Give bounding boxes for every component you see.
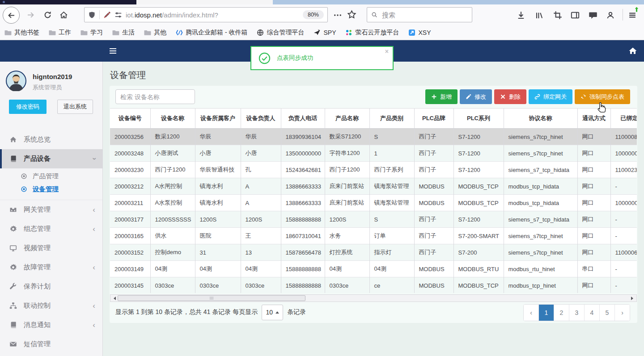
column-header-7[interactable]: PLC品牌: [414, 109, 453, 129]
zoom-level-badge[interactable]: 80%: [303, 10, 324, 19]
sidebar-item-label: 短信管理: [24, 340, 51, 348]
sidebar-subitem-device-manage[interactable]: 设备管理: [0, 183, 102, 196]
sidebar-item-sms-manage[interactable]: 短信管理: [0, 335, 102, 354]
column-header-3[interactable]: 设备负责人: [241, 109, 281, 129]
table-cell: MODBUS: [414, 277, 453, 293]
table-cell: 网口: [577, 195, 610, 211]
screenshot-icon[interactable]: [553, 11, 562, 20]
table-row[interactable]: 200003165供水医院王18607310041水务订单西门子S7-200-S…: [110, 228, 637, 244]
browser-home-button[interactable]: [55, 7, 72, 23]
table-row[interactable]: 200003152控制demo311315878656478灯控系统指示灯西门子…: [110, 244, 637, 261]
page-button-3[interactable]: 3: [569, 305, 584, 321]
sidebar-item-linkage-control[interactable]: 联动控制‹: [0, 296, 102, 315]
browser-search-box[interactable]: [367, 7, 472, 22]
bookmark-item[interactable]: 其他: [144, 29, 166, 37]
page-button-4[interactable]: 4: [584, 305, 599, 321]
shield-icon[interactable]: [88, 11, 96, 19]
sidebar-item-message-notify[interactable]: 消息通知‹: [0, 315, 102, 335]
sidebar-item-scada-manage[interactable]: 组态管理‹: [0, 219, 102, 239]
sidebar-subitem-product-manage[interactable]: 产品管理: [0, 170, 102, 183]
table-row[interactable]: 200003248小唐测试小唐小唐13500000000字符串12001西门子S…: [110, 145, 637, 162]
sidebar-item-maintenance-plan[interactable]: 保养计划: [0, 277, 102, 296]
page-actions-icon[interactable]: [333, 11, 342, 20]
column-header-9[interactable]: 协议名称: [504, 109, 577, 129]
column-header-6[interactable]: 产品类别: [369, 109, 414, 129]
permissions-icon[interactable]: [114, 11, 122, 19]
back-button[interactable]: [3, 7, 20, 24]
sidebar-item-product-device[interactable]: 产品设备‹: [0, 149, 102, 168]
page-next-button[interactable]: ›: [614, 305, 630, 321]
table-cell: A水泵控制: [150, 195, 195, 211]
bookmark-item[interactable]: XSY: [408, 29, 431, 36]
url-bar[interactable]: iot.idosp.net/admin/index.html? 80%: [84, 7, 328, 22]
change-password-button[interactable]: 修改密码: [9, 100, 47, 114]
column-header-2[interactable]: 设备所属客户: [195, 109, 241, 129]
column-header-4[interactable]: 负责人电话: [281, 109, 325, 129]
action-button-delete[interactable]: 删除: [494, 89, 526, 104]
sidebar-item-gateway-manage[interactable]: 网关管理‹: [0, 200, 102, 219]
page-button-5[interactable]: 5: [599, 305, 614, 321]
sidebar-item-card-manage[interactable]: 卡号管理: [0, 354, 102, 356]
account-icon[interactable]: [606, 11, 615, 20]
bookmark-item[interactable]: 萤石云开放平台: [345, 29, 399, 37]
action-button-bind-gateway[interactable]: 绑定网关: [529, 89, 572, 104]
library-icon[interactable]: [535, 11, 544, 20]
tab-strip-rest: [273, 0, 644, 4]
book-icon: [9, 321, 17, 329]
table-row[interactable]: 200003230西门子1200华辰智通科技孔15243642681西门子120…: [110, 162, 637, 178]
bookmark-item[interactable]: 工作: [49, 29, 71, 37]
table-row[interactable]: 2000031450303ce0303ce0303ce1588888888803…: [110, 277, 637, 293]
app-menu-icon[interactable]: [628, 11, 637, 20]
bookmark-item[interactable]: 其他书签: [4, 29, 39, 37]
check-circle-icon: [258, 52, 271, 64]
page-button-1[interactable]: 1: [538, 305, 554, 321]
horizontal-scrollbar[interactable]: [110, 294, 637, 302]
table-row[interactable]: 2000031771200SSSSSS1200S1200S15888888888…: [110, 211, 637, 228]
record-info-suffix: 条记录: [287, 308, 306, 316]
scrollbar-thumb[interactable]: [118, 295, 305, 301]
bookmark-star-icon[interactable]: [347, 10, 356, 19]
forward-button[interactable]: [22, 7, 38, 23]
logout-button[interactable]: 退出系统: [57, 100, 93, 114]
bookmark-item[interactable]: 生活: [112, 29, 135, 37]
downloads-icon[interactable]: [517, 11, 525, 20]
page-size-select[interactable]: 10: [262, 305, 283, 320]
bookmark-item[interactable]: SPY: [314, 29, 336, 36]
scroll-left-button[interactable]: [110, 295, 117, 302]
active-tab[interactable]: [136, 0, 273, 4]
sidebar-item-label: 故障管理: [24, 263, 51, 272]
pen-slash-icon[interactable]: [103, 11, 111, 19]
table-row[interactable]: 200003256数采1200华辰华辰18390936104数采S71200S西…: [110, 129, 637, 145]
device-search-input[interactable]: [115, 89, 195, 104]
page-prev-button[interactable]: ‹: [524, 305, 538, 321]
bookmark-item[interactable]: 腾讯企业邮箱 - 收件箱: [176, 29, 247, 37]
sidebar-toggle-icon[interactable]: [571, 11, 580, 20]
url-text[interactable]: iot.idosp.net/admin/index.html?: [126, 11, 299, 19]
scroll-right-button[interactable]: [630, 295, 636, 302]
toast-close-icon[interactable]: ×: [385, 48, 389, 54]
sidebar-item-system-overview[interactable]: 系统总览: [0, 130, 102, 149]
column-header-11[interactable]: 已绑定网关: [610, 109, 637, 129]
bookmark-item[interactable]: 综合管理平台: [257, 29, 304, 37]
action-button-edit[interactable]: 修改: [460, 89, 492, 104]
browser-search-input[interactable]: [381, 11, 468, 19]
column-header-5[interactable]: 产品名称: [325, 109, 369, 129]
table-row[interactable]: 200003212A水闸控制镇海水利A13886663333庶来门前泵站镇海泵站…: [110, 178, 637, 195]
bookmark-item[interactable]: 学习: [80, 29, 103, 37]
table-row[interactable]: 20000314904测04测04测1588888888804测04测MODBU…: [110, 261, 637, 277]
sidebar-item-video-manage[interactable]: 视频管理: [0, 239, 102, 258]
column-header-8[interactable]: PLC系列: [453, 109, 504, 129]
messages-icon[interactable]: [589, 11, 597, 20]
action-button-add[interactable]: 新增: [425, 89, 458, 104]
reload-button[interactable]: [39, 7, 55, 23]
app-home-icon[interactable]: [628, 46, 637, 55]
home-icon: [59, 11, 68, 19]
sidebar-item-label: 网关管理: [24, 205, 51, 214]
column-header-0[interactable]: 设备编号: [110, 109, 150, 129]
column-header-1[interactable]: 设备名称: [150, 109, 195, 129]
page-button-2[interactable]: 2: [554, 305, 569, 321]
table-cell: 1200S: [325, 211, 369, 228]
table-row[interactable]: 200003211A水泵控制镇海水利A13886663333庶来门前泵站镇海泵站…: [110, 195, 637, 211]
sidebar-item-fault-manage[interactable]: 故障管理‹: [0, 258, 102, 277]
sidebar-collapse-icon[interactable]: [109, 47, 117, 54]
